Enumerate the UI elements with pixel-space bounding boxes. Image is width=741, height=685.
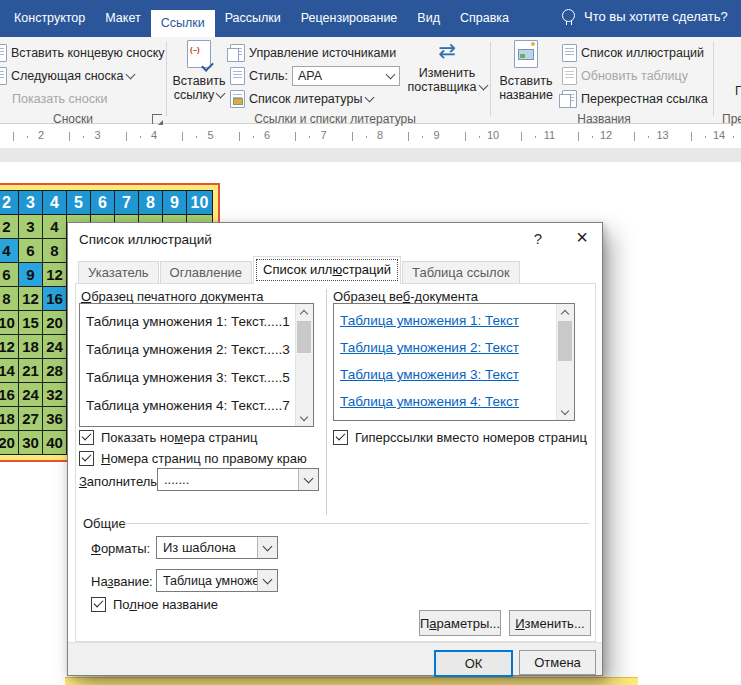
- ruler-mark: [465, 132, 466, 141]
- table-of-figures-button[interactable]: Список иллюстраций: [562, 44, 704, 62]
- mult-cell: 14: [0, 359, 19, 383]
- citation-style-select[interactable]: APA: [292, 66, 400, 86]
- next-footnote-button[interactable]: Следующая сноска: [0, 67, 134, 85]
- list-item[interactable]: Таблица умножения 5: Текст: [334, 415, 574, 421]
- tab-список-иллюстраций[interactable]: Список иллюстраций: [253, 256, 401, 284]
- scroll-up-icon[interactable]: [557, 304, 573, 320]
- mult-header-cell: 7: [115, 191, 139, 215]
- chevron-down-icon: [263, 574, 273, 584]
- mult-cell: 36: [43, 407, 67, 431]
- show-page-numbers-checkbox[interactable]: Показать номера страниц: [79, 430, 257, 445]
- ribbon-tab-Справка[interactable]: Справка: [450, 0, 519, 37]
- ruler-mark: [422, 136, 423, 138]
- footnotes-dialog-launcher-icon[interactable]: [152, 114, 162, 124]
- ruler-mark: [634, 132, 635, 141]
- formats-select[interactable]: Из шаблона: [156, 536, 278, 559]
- insert-citation-icon: (–): [187, 40, 211, 68]
- close-icon[interactable]: ×: [570, 226, 594, 249]
- scrollbar-thumb[interactable]: [558, 321, 572, 361]
- ribbon-tab-Рецензирование[interactable]: Рецензирование: [291, 0, 408, 37]
- change-provider-button[interactable]: ⇄ Изменить поставщика: [405, 40, 489, 94]
- list-item[interactable]: Таблица умножения 2: Текст: [334, 334, 574, 361]
- combo-arrow-button[interactable]: [257, 570, 277, 591]
- mult-cell: 9: [19, 263, 43, 287]
- scrollbar[interactable]: [556, 304, 574, 420]
- help-button[interactable]: ?: [528, 230, 548, 247]
- lightbulb-icon: [562, 9, 575, 22]
- ruler-mark: 8: [377, 129, 383, 141]
- mult-cell: 12: [0, 335, 19, 359]
- print-preview-label: Образец печатного документа: [81, 289, 264, 304]
- list-item[interactable]: Таблица умножения 4: Текст.....7: [80, 392, 313, 420]
- next-footnote-icon: [0, 67, 7, 85]
- combo-arrow-button[interactable]: [257, 537, 277, 558]
- ruler-mark: [366, 136, 367, 138]
- print-preview-listbox[interactable]: Таблица умножения 1: Текст.....1Таблица …: [79, 303, 314, 427]
- clipped-group-label: Пред: [722, 112, 741, 126]
- ruler-mark: [182, 132, 183, 141]
- insert-endnote-button[interactable]: Вставить концевую сноску: [0, 44, 165, 62]
- ruler-mark: [592, 136, 593, 138]
- mult-cell: 32: [43, 383, 67, 407]
- ribbon-tab-Рассылки[interactable]: Рассылки: [215, 0, 291, 37]
- insert-caption-button[interactable]: Вставить название: [493, 40, 559, 102]
- tab-оглавление[interactable]: Оглавление: [160, 261, 252, 284]
- mult-cell: 28: [43, 359, 67, 383]
- filler-select[interactable]: .......: [157, 468, 319, 491]
- options-button[interactable]: Параметры...: [419, 610, 501, 636]
- ribbon-tab-Вид[interactable]: Вид: [407, 0, 450, 37]
- scrollbar-thumb[interactable]: [297, 321, 311, 353]
- mult-cell: 2: [0, 215, 19, 239]
- ok-button[interactable]: ОК: [434, 650, 513, 677]
- hyperlinks-checkbox[interactable]: Гиперссылки вместо номеров страниц: [333, 430, 587, 445]
- ruler-mark: 2: [38, 129, 44, 141]
- cross-reference-button[interactable]: Перекрестная ссылка: [562, 90, 708, 108]
- group-separator: [166, 42, 167, 116]
- list-item[interactable]: Таблица умножения 4: Текст: [334, 388, 574, 415]
- mult-cell: 21: [19, 359, 43, 383]
- tell-me-box[interactable]: Что вы хотите сделать?: [584, 9, 728, 24]
- modify-button[interactable]: Изменить...: [509, 610, 591, 636]
- tab-указатель[interactable]: Указатель: [78, 261, 159, 284]
- combo-arrow-button[interactable]: [298, 469, 318, 490]
- web-preview-listbox[interactable]: Таблица умножения 1: ТекстТаблица умноже…: [333, 303, 575, 421]
- scrollbar[interactable]: [295, 304, 313, 426]
- web-preview-label: Образец веб-документа: [333, 289, 478, 304]
- right-align-page-numbers-checkbox[interactable]: Номера страниц по правому краю: [79, 451, 307, 466]
- list-item[interactable]: Таблица умножения 2: Текст.....3: [80, 336, 313, 364]
- column-divider: [326, 289, 327, 515]
- mult-cell: 20: [0, 431, 19, 455]
- ribbon-tab-Макет[interactable]: Макет: [95, 0, 150, 37]
- caption-select[interactable]: Таблица умножения: [156, 569, 278, 592]
- ruler-mark: [479, 136, 480, 138]
- full-caption-checkbox[interactable]: Полное название: [91, 597, 218, 612]
- tab-таблица-ссылок[interactable]: Таблица ссылок: [402, 261, 520, 284]
- table-of-figures-dialog: Список иллюстраций ? × УказательОглавлен…: [67, 222, 603, 676]
- style-label-row: Стиль:: [230, 67, 288, 85]
- bibliography-button[interactable]: Список литературы: [230, 90, 373, 108]
- ruler[interactable]: 234567891011121314: [0, 126, 741, 148]
- mult-header-cell: 3: [19, 191, 43, 215]
- mult-cell: 24: [43, 335, 67, 359]
- ribbon-tab-Ссылки[interactable]: Ссылки: [151, 10, 215, 37]
- checkbox-checked-icon: [79, 430, 94, 445]
- mult-cell: 16: [43, 287, 67, 311]
- ruler-mark: [705, 136, 706, 138]
- list-item[interactable]: Таблица умножения 1: Текст: [334, 307, 574, 334]
- list-item[interactable]: Таблица умножения 3: Текст.....5: [80, 364, 313, 392]
- insert-citation-button[interactable]: (–) Вставить ссылку: [170, 40, 228, 102]
- cancel-button[interactable]: Отмена: [519, 650, 596, 675]
- scroll-up-icon[interactable]: [296, 304, 312, 320]
- general-group-rule: [123, 523, 589, 524]
- scroll-down-icon[interactable]: [296, 410, 312, 426]
- update-table-button[interactable]: Обновить таблицу: [562, 67, 688, 85]
- ruler-mark: [140, 136, 141, 138]
- mult-cell: 15: [19, 311, 43, 335]
- scroll-down-icon[interactable]: [557, 404, 573, 420]
- ribbon-tab-Конструктор[interactable]: Конструктор: [4, 0, 95, 37]
- show-notes-button[interactable]: Показать сноски: [12, 90, 107, 108]
- list-item[interactable]: Таблица умножения 1: Текст.....1: [80, 308, 313, 336]
- manage-sources-button[interactable]: Управление источниками: [230, 44, 396, 62]
- mult-cell: 6: [0, 263, 19, 287]
- list-item[interactable]: Таблица умножения 3: Текст: [334, 361, 574, 388]
